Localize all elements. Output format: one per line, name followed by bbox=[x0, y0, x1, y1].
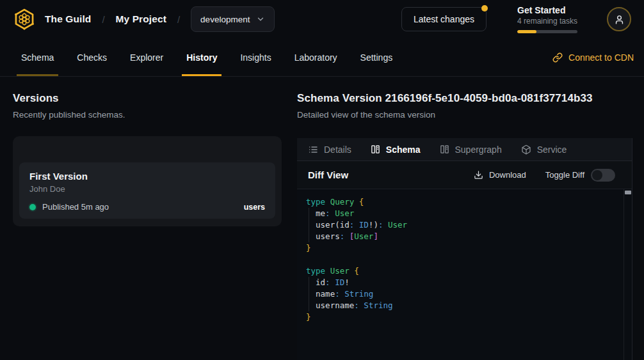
detail-tab-bar: Details Schema bbox=[297, 138, 632, 161]
tab-label: Details bbox=[324, 145, 351, 155]
nav-tab-label: Settings bbox=[360, 52, 393, 63]
version-author: John Doe bbox=[29, 184, 265, 194]
chevron-down-icon bbox=[256, 15, 265, 24]
versions-subtitle: Recently published schemas. bbox=[13, 110, 125, 120]
get-started-widget[interactable]: Get Started 4 remaining tasks bbox=[517, 5, 577, 33]
tab-supergraph[interactable]: Supergraph bbox=[440, 145, 502, 155]
nav-tab-label: Checks bbox=[77, 52, 107, 63]
columns-icon bbox=[440, 145, 449, 154]
get-started-progress-fill bbox=[517, 30, 536, 33]
breadcrumb-org[interactable]: The Guild bbox=[45, 13, 91, 25]
version-detail-title: Schema Version 2166196f-5e10-4059-bd0a-0… bbox=[297, 92, 632, 105]
get-started-progressbar bbox=[517, 30, 577, 33]
versions-header: Versions Recently published schemas. bbox=[13, 92, 125, 120]
nav-tabs: Schema Checks Explorer History Insights … bbox=[17, 38, 397, 76]
breadcrumb-project[interactable]: My Project bbox=[116, 13, 166, 25]
breadcrumb-separator: / bbox=[102, 14, 104, 25]
nav-tab-label: Explorer bbox=[130, 52, 163, 63]
list-icon bbox=[308, 145, 318, 155]
latest-changes-button[interactable]: Latest changes bbox=[401, 7, 487, 31]
nav-tab-checks[interactable]: Checks bbox=[72, 38, 111, 76]
toggle-knob bbox=[592, 170, 602, 180]
tab-schema[interactable]: Schema bbox=[371, 145, 421, 155]
connect-to-cdn-button[interactable]: Connect to CDN bbox=[552, 52, 634, 63]
version-status-text: Published 5m ago bbox=[42, 202, 109, 212]
version-detail-subtitle: Detailed view of the schema version bbox=[297, 110, 632, 120]
published-status-dot bbox=[29, 204, 36, 210]
get-started-title: Get Started bbox=[517, 5, 577, 15]
version-detail-panel: Details Schema bbox=[297, 138, 632, 360]
download-button[interactable]: Download bbox=[474, 170, 526, 180]
get-started-subtitle: 4 remaining tasks bbox=[517, 17, 577, 26]
nav-tab-label: Laboratory bbox=[294, 52, 337, 63]
nav-tab-label: Schema bbox=[21, 52, 54, 63]
hive-logo-icon[interactable] bbox=[13, 8, 36, 31]
nav-tab-label: Insights bbox=[240, 52, 271, 63]
versions-title: Versions bbox=[13, 92, 125, 105]
version-list-item[interactable]: First Version John Doe Published 5m ago … bbox=[19, 162, 275, 219]
nav-tab-label: History bbox=[186, 52, 217, 63]
nav-tab-explorer[interactable]: Explorer bbox=[125, 38, 168, 76]
tab-label: Service bbox=[537, 145, 567, 155]
tab-label: Supergraph bbox=[455, 145, 502, 155]
cube-icon bbox=[521, 145, 531, 155]
connect-to-cdn-label: Connect to CDN bbox=[568, 52, 634, 63]
nav-tab-settings[interactable]: Settings bbox=[356, 38, 398, 76]
tab-details[interactable]: Details bbox=[308, 145, 351, 155]
target-nav: Schema Checks Explorer History Insights … bbox=[0, 38, 644, 77]
scrollbar-thumb[interactable] bbox=[625, 191, 631, 194]
download-label: Download bbox=[489, 170, 526, 180]
nav-tab-insights[interactable]: Insights bbox=[236, 38, 275, 76]
schema-code-viewer[interactable]: type Query { me: User user(id: ID!): Use… bbox=[297, 189, 632, 360]
diff-view-title: Diff View bbox=[308, 169, 348, 180]
notification-dot bbox=[481, 5, 488, 12]
version-service-badge: users bbox=[244, 203, 265, 212]
toggle-diff-label: Toggle Diff bbox=[545, 170, 584, 180]
toggle-diff-switch[interactable] bbox=[591, 169, 615, 182]
app-header: The Guild / My Project / development Lat… bbox=[0, 0, 644, 38]
versions-list-card: First Version John Doe Published 5m ago … bbox=[13, 136, 282, 226]
main-content: Versions Recently published schemas. Fir… bbox=[0, 77, 644, 360]
nav-tab-history[interactable]: History bbox=[182, 38, 221, 76]
breadcrumb-separator: / bbox=[177, 14, 180, 25]
code-block: type Query { me: User user(id: ID!): Use… bbox=[297, 196, 632, 323]
code-scrollbar[interactable] bbox=[624, 189, 632, 360]
download-icon bbox=[474, 170, 483, 180]
link-icon bbox=[552, 52, 563, 63]
version-status-row: Published 5m ago users bbox=[29, 202, 265, 212]
version-detail-header: Schema Version 2166196f-5e10-4059-bd0a-0… bbox=[297, 92, 632, 120]
user-avatar[interactable] bbox=[607, 7, 631, 31]
tab-label: Schema bbox=[386, 145, 421, 155]
user-icon bbox=[614, 14, 625, 25]
tab-service[interactable]: Service bbox=[521, 145, 567, 155]
version-name: First Version bbox=[29, 171, 265, 182]
target-select[interactable]: development bbox=[191, 6, 275, 32]
diff-view-header: Diff View Download Toggle Diff bbox=[297, 161, 632, 189]
target-select-value: development bbox=[200, 15, 250, 24]
nav-tab-laboratory[interactable]: Laboratory bbox=[290, 38, 342, 76]
latest-changes-label: Latest changes bbox=[414, 14, 474, 24]
columns-icon bbox=[371, 145, 380, 154]
diff-actions: Download Toggle Diff bbox=[474, 169, 615, 182]
nav-tab-schema[interactable]: Schema bbox=[17, 38, 58, 76]
